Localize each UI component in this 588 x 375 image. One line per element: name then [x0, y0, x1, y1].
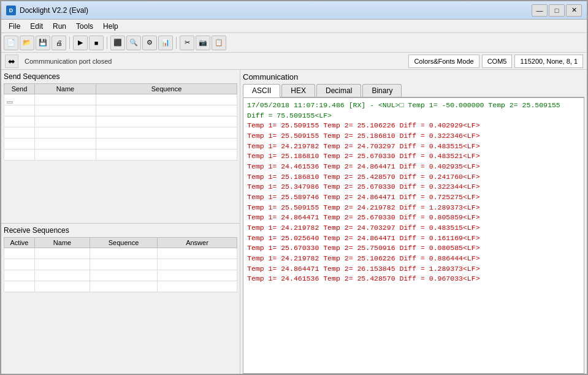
- recv-row-1: [4, 248, 237, 259]
- recv-col-sequence: Sequence: [90, 237, 158, 248]
- receive-sequences-title: Receive Sequences: [4, 226, 237, 235]
- send-name-cell-1[interactable]: [35, 94, 96, 105]
- send-row-4: [4, 127, 237, 138]
- send-col-sequence: Sequence: [96, 84, 237, 94]
- separator-2: [107, 37, 107, 49]
- window-controls: — □ ✕: [532, 4, 582, 17]
- receive-sequences-table: Active Name Sequence Answer: [4, 237, 237, 292]
- recv-seq-cell-3: [90, 270, 158, 281]
- minimize-button[interactable]: —: [532, 4, 548, 17]
- send-seq-cell-6: [96, 150, 237, 161]
- baud-rate-label: 115200, None, 8, 1: [520, 58, 578, 65]
- send-row-2: [4, 105, 237, 116]
- menu-file[interactable]: File: [4, 21, 25, 32]
- terminal-line-5: Temp 1= 24.461536 Temp 2= 24.864471 Diff…: [247, 162, 580, 172]
- separator-1: [69, 37, 70, 49]
- terminal-line-11: Temp 1= 24.219782 Temp 2= 24.703297 Diff…: [247, 223, 580, 233]
- recv-col-answer: Answer: [158, 237, 237, 248]
- send-col-send: Send: [4, 84, 35, 94]
- terminal-line-4: Temp 1= 25.186810 Temp 2= 25.670330 Diff…: [247, 151, 580, 162]
- terminal-line-14: Temp 1= 24.219782 Temp 2= 25.106226 Diff…: [247, 254, 580, 264]
- open-button[interactable]: 📂: [20, 36, 34, 50]
- stop-button[interactable]: ■: [89, 36, 104, 50]
- baud-rate-panel[interactable]: 115200, None, 8, 1: [514, 55, 583, 68]
- send-name-cell-6: [35, 150, 96, 161]
- tool5-button[interactable]: ✂: [180, 36, 194, 50]
- run-button[interactable]: ▶: [73, 36, 88, 50]
- recv-active-cell-1[interactable]: [4, 248, 35, 259]
- menu-tools[interactable]: Tools: [71, 21, 98, 32]
- tab-decimal[interactable]: Decimal: [316, 84, 361, 97]
- send-row-3: [4, 116, 237, 127]
- mode-label: Mode: [457, 58, 474, 65]
- port-status-text: Commmunication port closed: [25, 58, 406, 65]
- send-col-name: Name: [35, 84, 96, 94]
- send-sequences-section: Send Sequences Send Name Sequence: [1, 70, 240, 224]
- send-seq-cell-4: [96, 127, 237, 138]
- maximize-button[interactable]: □: [549, 4, 565, 17]
- colors-fonts-label: Colors&Fonts: [414, 58, 455, 65]
- tool6-button[interactable]: 📷: [196, 36, 210, 50]
- tab-bar: ASCII HEX Decimal Binary: [243, 84, 584, 97]
- tool4-button[interactable]: 📊: [158, 36, 173, 50]
- colors-fonts-panel[interactable]: Colors&Fonts Mode: [408, 55, 479, 68]
- tool7-button[interactable]: 📋: [212, 36, 226, 50]
- send-seq-cell-1[interactable]: [96, 94, 237, 105]
- terminal-line-6: Temp 1= 25.186810 Temp 2= 25.428570 Diff…: [247, 172, 580, 183]
- tab-ascii[interactable]: ASCII: [243, 84, 280, 97]
- send-name-cell-4: [35, 127, 96, 138]
- recv-active-cell-4: [4, 281, 35, 292]
- terminal-line-12: Temp 1= 25.025640 Temp 2= 24.864471 Diff…: [247, 233, 580, 244]
- com-port-panel[interactable]: COM5: [482, 55, 513, 68]
- port-icon: ⬌: [8, 56, 15, 66]
- send-sequences-table: Send Name Sequence: [4, 83, 237, 161]
- menu-edit[interactable]: Edit: [25, 21, 48, 32]
- recv-name-cell-2: [35, 259, 90, 270]
- send-btn-cell-4: [4, 127, 35, 138]
- menu-run[interactable]: Run: [48, 21, 71, 32]
- toolbar: 📄 📂 💾 🖨 ▶ ■ ⬛ 🔍 ⚙ 📊 ✂ 📷 📋: [1, 33, 587, 53]
- recv-answer-cell-1[interactable]: [158, 248, 237, 259]
- tool3-button[interactable]: ⚙: [142, 36, 157, 50]
- terminal-line-3: Temp 1= 24.219782 Temp 2= 24.703297 Diff…: [247, 142, 580, 152]
- app-icon: D: [6, 6, 16, 15]
- new-button[interactable]: 📄: [4, 36, 18, 50]
- menu-help[interactable]: Help: [98, 21, 123, 32]
- title-bar: D Docklight V2.2 (Eval) — □ ✕: [1, 1, 587, 20]
- send-seq-cell-3: [96, 116, 237, 127]
- send-row-1: [4, 94, 237, 105]
- terminal-output[interactable]: 17/05/2018 11:07:19.486 [RX] - <NUL>□ Te…: [243, 97, 584, 374]
- send-row-5: [4, 138, 237, 150]
- print-button[interactable]: 🖨: [52, 36, 66, 50]
- terminal-line-15: Temp 1= 24.864471 Temp 2= 26.153845 Diff…: [247, 264, 580, 275]
- recv-answer-cell-3: [158, 270, 237, 281]
- recv-seq-cell-1[interactable]: [90, 248, 158, 259]
- tool2-button[interactable]: 🔍: [126, 36, 141, 50]
- recv-answer-cell-2: [158, 259, 237, 270]
- tab-hex[interactable]: HEX: [281, 84, 315, 97]
- send-btn-cell-3: [4, 116, 35, 127]
- recv-name-cell-3: [35, 270, 90, 281]
- terminal-line-13: Temp 1= 25.670330 Temp 2= 25.750916 Diff…: [247, 243, 580, 254]
- tab-binary[interactable]: Binary: [362, 84, 402, 97]
- tool1-button[interactable]: ⬛: [110, 36, 125, 50]
- send-btn-cell-5: [4, 138, 35, 150]
- terminal-line-9: Temp 1= 25.509155 Temp 2= 24.219782 Diff…: [247, 203, 580, 213]
- receive-sequences-section: Receive Sequences Active Name Sequence A…: [1, 224, 240, 376]
- send-seq-cell-2: [96, 105, 237, 116]
- recv-active-cell-2: [4, 259, 35, 270]
- recv-name-cell-1[interactable]: [35, 248, 90, 259]
- recv-seq-cell-4: [90, 281, 158, 292]
- recv-active-cell-3: [4, 270, 35, 281]
- save-button[interactable]: 💾: [36, 36, 50, 50]
- close-button[interactable]: ✕: [566, 4, 582, 17]
- communication-title: Communication: [243, 72, 584, 81]
- send-btn-cell-1[interactable]: [4, 94, 35, 105]
- main-content: Send Sequences Send Name Sequence: [1, 70, 587, 375]
- terminal-line-8: Temp 1= 25.589746 Temp 2= 24.864471 Diff…: [247, 192, 580, 203]
- send-name-cell-3: [35, 116, 96, 127]
- send-button-1[interactable]: [7, 101, 13, 104]
- port-icon-bar: ⬌: [5, 55, 18, 68]
- recv-row-3: [4, 270, 237, 281]
- recv-row-4: [4, 281, 237, 292]
